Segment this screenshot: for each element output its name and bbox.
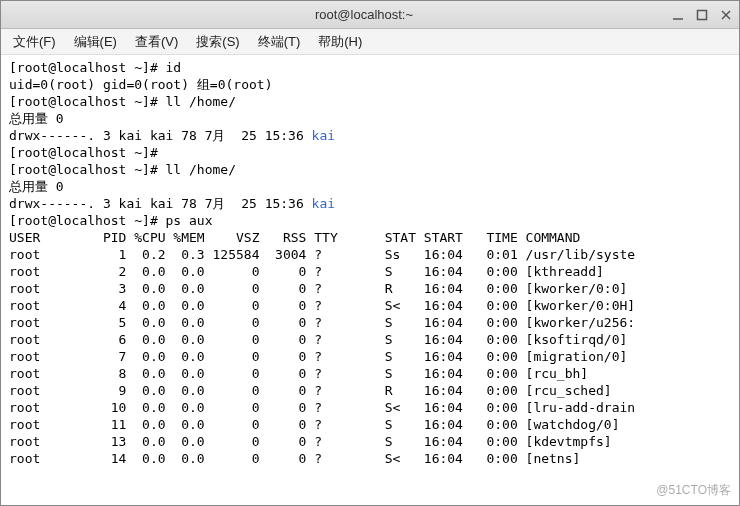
window-title: root@localhost:~ <box>57 7 671 22</box>
minimize-button[interactable] <box>671 8 685 22</box>
ps-row: root 13 0.0 0.0 0 0 ? S 16:04 0:00 [kdev… <box>9 434 612 449</box>
maximize-button[interactable] <box>695 8 709 22</box>
ps-row: root 3 0.0 0.0 0 0 ? R 16:04 0:00 [kwork… <box>9 281 627 296</box>
svg-rect-1 <box>698 10 707 19</box>
menu-edit[interactable]: 编辑(E) <box>68 30 123 54</box>
line: [root@localhost ~]# ps aux <box>9 213 213 228</box>
line: [root@localhost ~]# ll /home/ <box>9 162 236 177</box>
line: drwx------. 3 kai kai 78 7月 25 15:36 <box>9 196 312 211</box>
menu-view[interactable]: 查看(V) <box>129 30 184 54</box>
window-controls <box>671 8 733 22</box>
ps-row: root 14 0.0 0.0 0 0 ? S< 16:04 0:00 [net… <box>9 451 580 466</box>
ps-row: root 8 0.0 0.0 0 0 ? S 16:04 0:00 [rcu_b… <box>9 366 588 381</box>
line: drwx------. 3 kai kai 78 7月 25 15:36 <box>9 128 312 143</box>
menubar: 文件(F) 编辑(E) 查看(V) 搜索(S) 终端(T) 帮助(H) <box>1 29 739 55</box>
ps-row: root 4 0.0 0.0 0 0 ? S< 16:04 0:00 [kwor… <box>9 298 635 313</box>
ps-row: root 9 0.0 0.0 0 0 ? R 16:04 0:00 [rcu_s… <box>9 383 612 398</box>
menu-help[interactable]: 帮助(H) <box>312 30 368 54</box>
titlebar[interactable]: root@localhost:~ <box>1 1 739 29</box>
terminal-output[interactable]: [root@localhost ~]# id uid=0(root) gid=0… <box>1 55 739 505</box>
ps-row: root 6 0.0 0.0 0 0 ? S 16:04 0:00 [ksoft… <box>9 332 627 347</box>
line: [root@localhost ~]# id <box>9 60 181 75</box>
ps-row: root 5 0.0 0.0 0 0 ? S 16:04 0:00 [kwork… <box>9 315 635 330</box>
ps-row: root 2 0.0 0.0 0 0 ? S 16:04 0:00 [kthre… <box>9 264 604 279</box>
ps-row: root 7 0.0 0.0 0 0 ? S 16:04 0:00 [migra… <box>9 349 627 364</box>
ps-row: root 1 0.2 0.3 125584 3004 ? Ss 16:04 0:… <box>9 247 635 262</box>
line: 总用量 0 <box>9 179 64 194</box>
ps-row: root 10 0.0 0.0 0 0 ? S< 16:04 0:00 [lru… <box>9 400 635 415</box>
dir-name: kai <box>312 196 335 211</box>
line: 总用量 0 <box>9 111 64 126</box>
line: [root@localhost ~]# <box>9 145 166 160</box>
ps-row: root 11 0.0 0.0 0 0 ? S 16:04 0:00 [watc… <box>9 417 619 432</box>
terminal-window: root@localhost:~ 文件(F) 编辑(E) 查看(V) 搜索(S)… <box>0 0 740 506</box>
menu-search[interactable]: 搜索(S) <box>190 30 245 54</box>
menu-file[interactable]: 文件(F) <box>7 30 62 54</box>
dir-name: kai <box>312 128 335 143</box>
ps-header: USER PID %CPU %MEM VSZ RSS TTY STAT STAR… <box>9 230 580 245</box>
line: uid=0(root) gid=0(root) 组=0(root) <box>9 77 272 92</box>
close-button[interactable] <box>719 8 733 22</box>
watermark: @51CTO博客 <box>656 482 731 499</box>
menu-terminal[interactable]: 终端(T) <box>252 30 307 54</box>
line: [root@localhost ~]# ll /home/ <box>9 94 236 109</box>
